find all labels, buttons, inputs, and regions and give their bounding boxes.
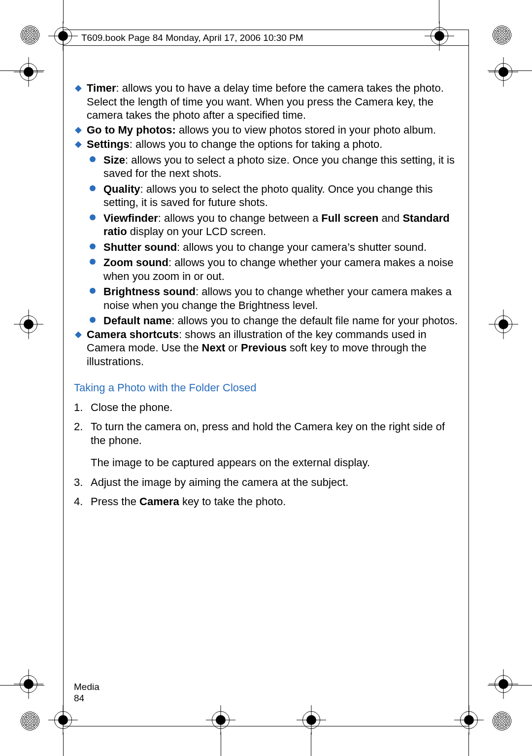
- step-number: 2.: [74, 420, 83, 434]
- item-text: : allows you to change the options for t…: [130, 138, 383, 150]
- step-number: 4.: [74, 495, 83, 509]
- item-label: Go to My photos:: [87, 124, 176, 136]
- step-bold: Camera: [139, 495, 179, 508]
- registration-crosshair-icon: [495, 675, 512, 693]
- item-text: : allows you to select a photo size. Onc…: [103, 154, 455, 180]
- step-text: key to take the photo.: [179, 495, 286, 508]
- item-text: display on your LCD screen.: [127, 225, 266, 238]
- footer-section: Media: [74, 682, 100, 693]
- item-label: Zoom sound: [103, 256, 168, 269]
- item-label: Default name: [103, 314, 171, 327]
- list-item: Zoom sound: allows you to change whether…: [87, 256, 458, 283]
- registration-crosshair-icon: [20, 63, 37, 81]
- footer-page-number: 84: [74, 693, 100, 704]
- registration-spiral-icon: [492, 25, 512, 45]
- item-text: : allows you to change your camera’s shu…: [177, 241, 427, 253]
- page-footer: Media 84: [74, 682, 100, 704]
- registration-crosshair-icon: [495, 315, 512, 333]
- item-bold: Previous: [241, 342, 287, 354]
- item-label: Settings: [87, 138, 130, 150]
- item-label: Shutter sound: [103, 241, 177, 253]
- list-item: 1. Close the phone.: [74, 401, 458, 414]
- list-item: 4. Press the Camera key to take the phot…: [74, 495, 458, 509]
- registration-spiral-icon: [492, 711, 512, 731]
- item-text: allows you to view photos stored in your…: [176, 124, 436, 136]
- item-bold: Full screen: [321, 212, 378, 224]
- item-label: Viewfinder: [103, 212, 158, 224]
- list-item: Camera shortcuts: shows an illustration …: [74, 328, 458, 369]
- registration-crosshair-icon: [495, 63, 512, 81]
- list-item: Timer: allows you to have a delay time b…: [74, 81, 458, 122]
- step-text: Adjust the image by aiming the camera at…: [91, 476, 348, 488]
- item-text: : allows you to have a delay time before…: [87, 82, 444, 121]
- list-item: 3. Adjust the image by aiming the camera…: [74, 476, 458, 489]
- registration-crosshair-icon: [20, 675, 37, 693]
- list-item: 2. To turn the camera on, press and hold…: [74, 420, 458, 447]
- item-text: or: [225, 342, 241, 354]
- step-text: To turn the camera on, press and hold th…: [91, 420, 445, 447]
- list-item: Shutter sound: allows you to change your…: [87, 241, 458, 254]
- registration-spiral-icon: [20, 25, 40, 45]
- list-item: Size: allows you to select a photo size.…: [87, 153, 458, 180]
- item-label: Quality: [103, 183, 140, 195]
- item-text: and: [378, 212, 402, 224]
- step-number: 3.: [74, 476, 83, 489]
- list-item: The image to be captured appears on the …: [74, 456, 458, 470]
- item-label: Camera shortcuts: [87, 328, 179, 341]
- list-item: Brightness sound: allows you to change w…: [87, 285, 458, 312]
- list-item: Go to My photos: allows you to view phot…: [74, 123, 458, 137]
- item-label: Brightness sound: [103, 285, 196, 298]
- section-title: Taking a Photo with the Folder Closed: [74, 381, 458, 395]
- list-item: Settings: allows you to change the optio…: [74, 137, 458, 151]
- page-content: Timer: allows you to have a delay time b…: [74, 81, 458, 509]
- registration-crosshair-icon: [20, 315, 37, 333]
- item-bold: Next: [202, 342, 226, 354]
- list-item: Viewfinder: allows you to change between…: [87, 211, 458, 239]
- list-item: Default name: allows you to change the d…: [87, 314, 458, 328]
- step-text: Press the: [91, 495, 139, 508]
- step-text: The image to be captured appears on the …: [91, 456, 370, 469]
- item-text: : allows you to change between a: [158, 212, 321, 224]
- item-label: Size: [103, 154, 125, 166]
- list-item: Quality: allows you to select the photo …: [87, 182, 458, 209]
- step-text: Close the phone.: [91, 401, 172, 413]
- item-label: Timer: [87, 82, 116, 94]
- registration-spiral-icon: [20, 711, 40, 731]
- item-text: : allows you to select the photo quality…: [103, 183, 433, 209]
- page-header: T609.book Page 84 Monday, April 17, 2006…: [81, 33, 303, 43]
- step-number: 1.: [74, 401, 83, 414]
- item-text: : allows you to change the default file …: [171, 314, 458, 327]
